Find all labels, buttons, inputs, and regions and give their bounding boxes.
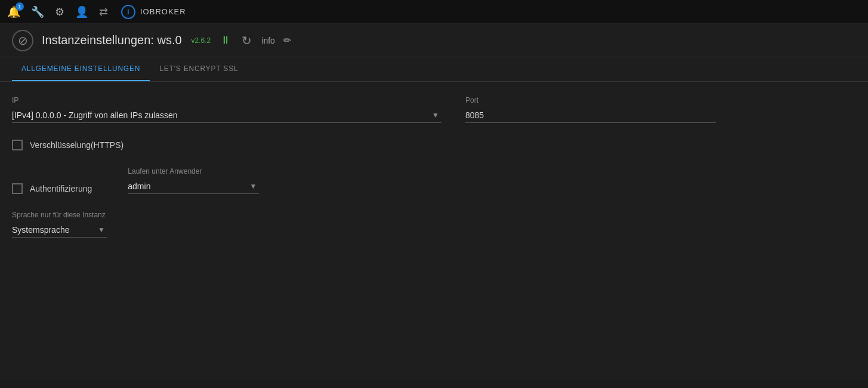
- compass-icon: ⊘: [18, 33, 28, 48]
- edit-icon: ✏: [283, 35, 291, 45]
- topbar: 🔔 1 🔧 ⚙ 👤 ⇄ i IOBROKER: [0, 0, 868, 24]
- language-row: Sprache nur für diese Instanz Systemspra…: [12, 211, 856, 238]
- auth-row: Authentifizierung: [12, 183, 92, 194]
- port-group: Port: [465, 96, 716, 123]
- iobroker-brand: i IOBROKER: [121, 5, 186, 19]
- adapter-icon: ⊘: [12, 30, 33, 51]
- ip-select-wrapper: [IPv4] 0.0.0.0 - Zugriff von allen IPs z…: [12, 108, 441, 123]
- page-title: Instanzeinstellungen: ws.0: [42, 33, 182, 47]
- wrench-icon-btn[interactable]: 🔧: [31, 5, 44, 19]
- language-group: Sprache nur für diese Instanz Systemspra…: [12, 211, 107, 238]
- language-select-wrapper: Systemsprache ▼: [12, 223, 107, 238]
- ip-select[interactable]: [IPv4] 0.0.0.0 - Zugriff von allen IPs z…: [12, 108, 441, 122]
- run-as-group: Laufen unter Anwender admin ▼: [128, 167, 259, 194]
- https-label: Verschlüsselung(HTTPS): [30, 140, 123, 150]
- main-content: IP [IPv4] 0.0.0.0 - Zugriff von allen IP…: [0, 82, 868, 380]
- pause-button[interactable]: ⏸: [219, 33, 232, 48]
- auth-run-row: Authentifizierung Laufen unter Anwender …: [12, 167, 856, 194]
- port-input-wrapper: [465, 108, 716, 123]
- user-icon-btn[interactable]: 👤: [75, 5, 88, 19]
- page-header: ⊘ Instanzeinstellungen: ws.0 v2.6.2 ⏸ ↻ …: [0, 24, 868, 57]
- port-label: Port: [465, 96, 716, 104]
- settings-icon-btn[interactable]: ⚙: [55, 5, 64, 19]
- run-as-select-wrapper: admin ▼: [128, 179, 259, 194]
- ip-label: IP: [12, 96, 441, 104]
- iobroker-label: IOBROKER: [140, 7, 186, 16]
- bell-icon-btn[interactable]: 🔔 1: [7, 5, 20, 19]
- https-row: Verschlüsselung(HTTPS): [12, 140, 856, 150]
- run-as-label: Laufen unter Anwender: [128, 167, 259, 175]
- language-select[interactable]: Systemsprache: [12, 223, 107, 237]
- iobroker-logo: i: [121, 5, 135, 19]
- version-label: v2.6.2: [191, 36, 211, 45]
- refresh-button[interactable]: ↻: [240, 32, 253, 49]
- auth-checkbox[interactable]: [12, 183, 23, 194]
- language-label: Sprache nur für diese Instanz: [12, 211, 107, 219]
- notification-badge: 1: [16, 2, 24, 11]
- tab-allgemeine[interactable]: ALLGEMEINE EINSTELLUNGEN: [12, 57, 150, 81]
- auth-label: Authentifizierung: [30, 184, 92, 193]
- ip-port-row: IP [IPv4] 0.0.0.0 - Zugriff von allen IP…: [12, 96, 856, 123]
- port-input[interactable]: [465, 108, 704, 122]
- ip-group: IP [IPv4] 0.0.0.0 - Zugriff von allen IP…: [12, 96, 441, 123]
- edit-button[interactable]: ✏: [283, 35, 291, 46]
- pause-icon: ⏸: [220, 34, 231, 47]
- sync-icon-btn[interactable]: ⇄: [99, 5, 108, 19]
- info-label[interactable]: info: [261, 36, 275, 45]
- run-as-select[interactable]: admin: [128, 179, 259, 193]
- tab-letsencrypt[interactable]: LET'S ENCRYPT SSL: [150, 57, 248, 81]
- https-checkbox[interactable]: [12, 140, 23, 150]
- tab-bar: ALLGEMEINE EINSTELLUNGEN LET'S ENCRYPT S…: [0, 57, 868, 82]
- refresh-icon: ↻: [242, 33, 252, 48]
